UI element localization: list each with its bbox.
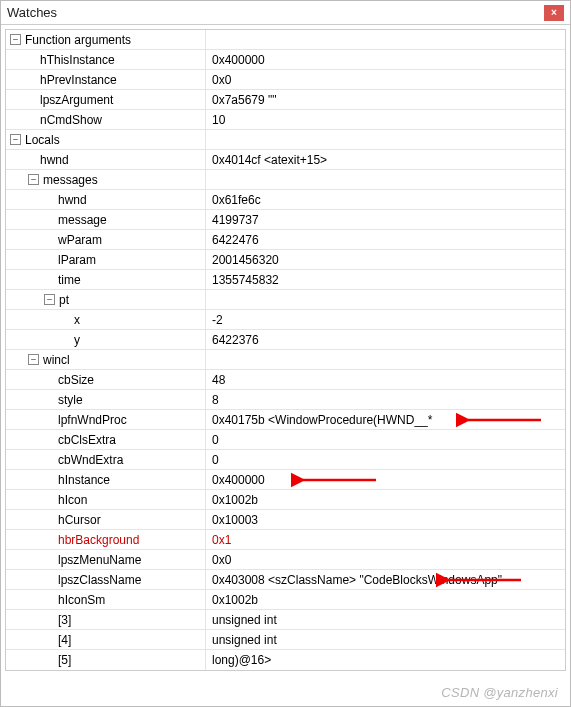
table-row[interactable]: x-2: [6, 310, 565, 330]
watch-value-cell: 2001456320: [206, 250, 565, 269]
watch-name-cell: [4]: [6, 630, 206, 649]
watch-variable-value: unsigned int: [212, 613, 277, 627]
table-row[interactable]: cbWndExtra0: [6, 450, 565, 470]
close-button[interactable]: ×: [544, 5, 564, 21]
table-row[interactable]: −Locals: [6, 130, 565, 150]
watch-variable-value: 0x403008 <szClassName> "CodeBlocksWindow…: [212, 573, 502, 587]
watch-variable-name: [3]: [58, 613, 71, 627]
table-row[interactable]: hThisInstance0x400000: [6, 50, 565, 70]
watch-value-cell: 4199737: [206, 210, 565, 229]
watch-variable-name: hbrBackground: [58, 533, 139, 547]
table-row[interactable]: [4]unsigned int: [6, 630, 565, 650]
watch-name-cell: −wincl: [6, 350, 206, 369]
expand-toggle[interactable]: −: [44, 294, 55, 305]
expand-toggle[interactable]: −: [10, 134, 21, 145]
watch-name-cell: cbSize: [6, 370, 206, 389]
table-row[interactable]: hInstance0x400000: [6, 470, 565, 490]
watch-value-cell: 0: [206, 450, 565, 469]
watch-value-cell: 48: [206, 370, 565, 389]
table-row[interactable]: nCmdShow10: [6, 110, 565, 130]
annotation-arrow: [456, 412, 546, 428]
watch-name-cell: −messages: [6, 170, 206, 189]
watch-variable-name: hInstance: [58, 473, 110, 487]
watch-name-cell: −pt: [6, 290, 206, 309]
table-row[interactable]: [5]long)@16>: [6, 650, 565, 670]
table-row[interactable]: [3]unsigned int: [6, 610, 565, 630]
table-row[interactable]: lParam2001456320: [6, 250, 565, 270]
watch-variable-value: 0x4014cf <atexit+15>: [212, 153, 327, 167]
watch-variable-value: 0x400000: [212, 53, 265, 67]
table-row[interactable]: hwnd0x61fe6c: [6, 190, 565, 210]
annotation-arrow: [291, 472, 381, 488]
watch-value-cell: 0x7a5679 "": [206, 90, 565, 109]
watch-name-cell: hbrBackground: [6, 530, 206, 549]
watch-variable-value: 10: [212, 113, 225, 127]
watch-name-cell: lpfnWndProc: [6, 410, 206, 429]
table-row[interactable]: hwnd0x4014cf <atexit+15>: [6, 150, 565, 170]
table-row[interactable]: lpfnWndProc0x40175b <WindowProcedure(HWN…: [6, 410, 565, 430]
watch-name-cell: lpszClassName: [6, 570, 206, 589]
watch-variable-name: [4]: [58, 633, 71, 647]
expand-toggle[interactable]: −: [28, 354, 39, 365]
watch-value-cell: 0x0: [206, 70, 565, 89]
table-row[interactable]: hIconSm0x1002b: [6, 590, 565, 610]
watch-value-cell: 6422476: [206, 230, 565, 249]
table-row[interactable]: lpszArgument0x7a5679 "": [6, 90, 565, 110]
table-row[interactable]: cbSize48: [6, 370, 565, 390]
watch-variable-name: y: [74, 333, 80, 347]
watch-variable-name: hThisInstance: [40, 53, 115, 67]
watch-variable-value: 0x7a5679 "": [212, 93, 277, 107]
watch-variable-name: lpszArgument: [40, 93, 113, 107]
watch-name-cell: hwnd: [6, 190, 206, 209]
expand-toggle[interactable]: −: [10, 34, 21, 45]
table-row[interactable]: wParam6422476: [6, 230, 565, 250]
watch-value-cell: 0x1: [206, 530, 565, 549]
watch-variable-name: style: [58, 393, 83, 407]
watch-name-cell: style: [6, 390, 206, 409]
watch-name-cell: lParam: [6, 250, 206, 269]
watch-variable-value: 0x61fe6c: [212, 193, 261, 207]
watch-value-cell: [206, 30, 565, 49]
table-row[interactable]: lpszMenuName0x0: [6, 550, 565, 570]
table-row[interactable]: y6422376: [6, 330, 565, 350]
watch-variable-name: messages: [43, 173, 98, 187]
watch-name-cell: wParam: [6, 230, 206, 249]
watch-variable-name: hCursor: [58, 513, 101, 527]
watch-name-cell: hIcon: [6, 490, 206, 509]
table-row[interactable]: −wincl: [6, 350, 565, 370]
table-row[interactable]: style8: [6, 390, 565, 410]
table-row[interactable]: hbrBackground0x1: [6, 530, 565, 550]
watch-value-cell: 0x400000: [206, 50, 565, 69]
watch-name-cell: message: [6, 210, 206, 229]
table-row[interactable]: hCursor0x10003: [6, 510, 565, 530]
watch-value-cell: 0x1002b: [206, 590, 565, 609]
table-row[interactable]: lpszClassName0x403008 <szClassName> "Cod…: [6, 570, 565, 590]
watch-variable-value: 0x400000: [212, 473, 265, 487]
watch-name-cell: y: [6, 330, 206, 349]
watches-table: −Function argumentshThisInstance0x400000…: [5, 29, 566, 671]
watch-name-cell: hCursor: [6, 510, 206, 529]
watch-variable-name: message: [58, 213, 107, 227]
table-row[interactable]: −pt: [6, 290, 565, 310]
watch-variable-value: 1355745832: [212, 273, 279, 287]
watch-variable-value: -2: [212, 313, 223, 327]
expand-toggle[interactable]: −: [28, 174, 39, 185]
table-row[interactable]: hIcon0x1002b: [6, 490, 565, 510]
watch-name-cell: nCmdShow: [6, 110, 206, 129]
table-row[interactable]: −messages: [6, 170, 565, 190]
table-row[interactable]: time1355745832: [6, 270, 565, 290]
watch-name-cell: cbClsExtra: [6, 430, 206, 449]
watch-variable-value: 0x1002b: [212, 593, 258, 607]
watch-variable-value: 0: [212, 433, 219, 447]
watch-variable-name: hIconSm: [58, 593, 105, 607]
watch-value-cell: 6422376: [206, 330, 565, 349]
watch-variable-name: cbWndExtra: [58, 453, 123, 467]
watch-variable-value: 0x40175b <WindowProcedure(HWND__*: [212, 413, 432, 427]
watch-variable-name: wParam: [58, 233, 102, 247]
table-row[interactable]: message4199737: [6, 210, 565, 230]
table-row[interactable]: cbClsExtra0: [6, 430, 565, 450]
table-row[interactable]: hPrevInstance0x0: [6, 70, 565, 90]
watch-name-cell: lpszMenuName: [6, 550, 206, 569]
watch-variable-name: lParam: [58, 253, 96, 267]
table-row[interactable]: −Function arguments: [6, 30, 565, 50]
